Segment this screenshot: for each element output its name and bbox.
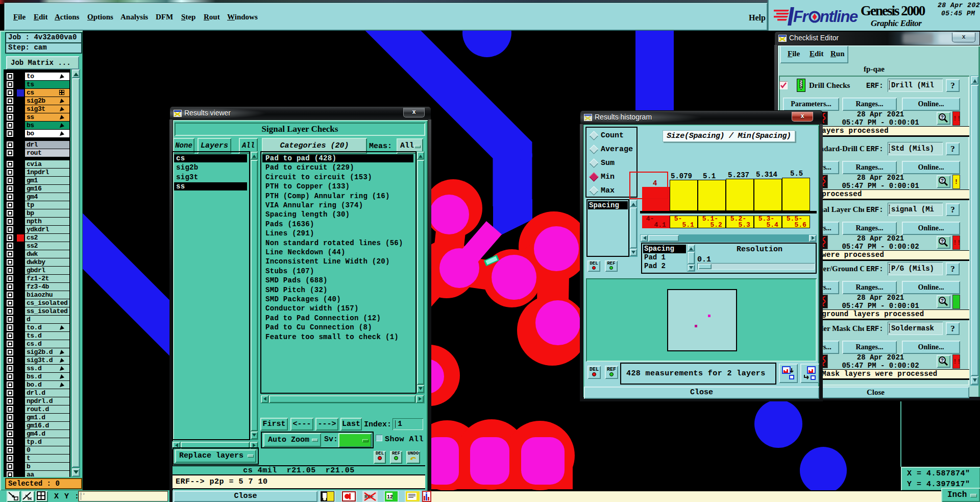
svg-text:?: ? <box>941 358 944 364</box>
svg-text:?: ? <box>941 115 944 121</box>
svg-text:?: ? <box>941 239 944 245</box>
svg-text:ntline: ntline <box>820 8 858 26</box>
svg-text:OK: OK <box>28 497 32 501</box>
svg-text:?: ? <box>941 178 944 184</box>
svg-text:?: ? <box>941 298 944 304</box>
svg-text:Fr: Fr <box>793 8 809 26</box>
svg-text:12: 12 <box>387 494 393 500</box>
